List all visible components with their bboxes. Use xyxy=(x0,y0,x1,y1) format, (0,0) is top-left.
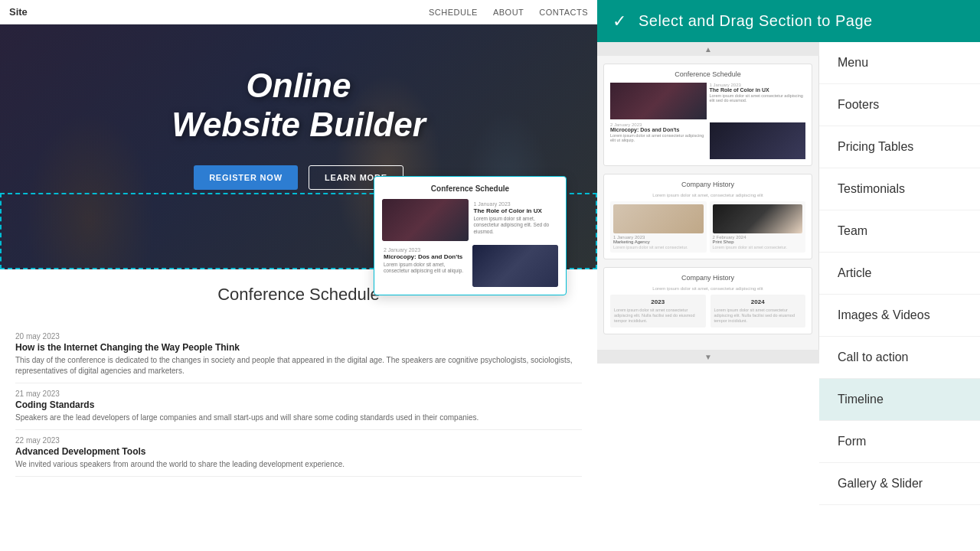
header-title: Select and Drag Section to Page xyxy=(639,12,873,30)
article-date-1: 1 January 2023 xyxy=(474,201,557,207)
thumb-history-item-print: 2 February 2024 Print Shop Lorem ipsum d… xyxy=(710,201,806,253)
thumb-presenter-image xyxy=(710,122,806,159)
section-item-footers[interactable]: Footers xyxy=(819,84,980,126)
person-image xyxy=(613,204,704,233)
schedule-desc-2: Speakers are the lead developers of larg… xyxy=(15,412,582,423)
history-body-1: Lorem ipsum dolor sit amet consectetur. xyxy=(613,245,704,249)
thumb-speaker-text: 1 January 2023 The Role of Color in UX L… xyxy=(710,83,806,119)
schedule-item-3: 22 may 2023 Advanced Development Tools W… xyxy=(15,430,582,477)
floating-card-grid: 1 January 2023 The Role of Color in UX L… xyxy=(382,199,558,287)
timeline-year-1: 2023 xyxy=(614,298,702,305)
section-list: Menu Footers Pricing Tables Testimonials… xyxy=(819,42,980,551)
nav-schedule[interactable]: SCHEDULE xyxy=(429,8,478,17)
section-label-form: Form xyxy=(838,435,866,448)
section-item-call-to-action[interactable]: Call to action xyxy=(819,337,980,379)
scroll-up-button[interactable]: ▲ xyxy=(597,42,819,56)
section-label-article: Article xyxy=(838,266,871,280)
article-heading-1: The Role of Color in UX xyxy=(474,207,557,214)
thumb-body-2: Lorem ipsum dolor sit amet consectetur a… xyxy=(610,133,707,142)
thumb-dark-image xyxy=(610,83,707,119)
thumb-grid-conference: 1 January 2023 The Role of Color in UX L… xyxy=(610,83,805,159)
speaker-image xyxy=(382,199,469,241)
thumb-history-subtitle-1: Lorem ipsum dolor sit amet, consectetur … xyxy=(610,193,805,197)
schedule-title-3: Advanced Development Tools xyxy=(15,446,582,457)
section-label-footers: Footers xyxy=(838,98,879,112)
timeline-year-2: 2024 xyxy=(714,298,802,305)
schedule-title-2: Coding Standards xyxy=(15,399,582,410)
nav-about[interactable]: ABOUT xyxy=(493,8,524,17)
thumb-timeline-grid: 2023 Lorem ipsum dolor sit amet consecte… xyxy=(610,295,805,328)
section-item-menu[interactable]: Menu xyxy=(819,42,980,84)
thumb-title-conference: Conference Schedule xyxy=(610,70,805,78)
thumbnail-card-history-2[interactable]: Company History Lorem ipsum dolor sit am… xyxy=(603,267,812,334)
right-panel: ✓ Select and Drag Section to Page ▲ Conf… xyxy=(597,0,980,551)
thumb-heading-1: The Role of Color in UX xyxy=(710,87,806,93)
schedule-desc-1: This day of the conference is dedicated … xyxy=(15,355,582,377)
floating-card-title: Conference Schedule xyxy=(382,184,558,193)
presenter-image xyxy=(472,245,559,287)
register-button[interactable]: REGISTER NOW xyxy=(194,165,298,190)
thumbnail-container: ▲ Conference Schedule 1 January 2023 The… xyxy=(597,42,819,551)
timeline-body-1: Lorem ipsum dolor sit amet consectetur a… xyxy=(614,308,702,324)
section-label-call-to-action: Call to action xyxy=(838,350,909,364)
schedule-desc-3: We invited various speakers from around … xyxy=(15,459,582,470)
section-selector-header: ✓ Select and Drag Section to Page xyxy=(597,0,980,42)
schedule-date-3: 22 may 2023 xyxy=(15,436,582,445)
section-label-menu: Menu xyxy=(838,56,868,70)
section-label-pricing: Pricing Tables xyxy=(838,140,913,154)
floating-card-item-1 xyxy=(382,199,469,241)
right-content: ▲ Conference Schedule 1 January 2023 The… xyxy=(597,42,980,551)
site-topbar: Site SCHEDULE ABOUT CONTACTS xyxy=(0,0,597,24)
hero-title: Online Website Builder xyxy=(23,67,574,144)
section-item-timeline[interactable]: Timeline xyxy=(819,379,980,421)
timeline-body-2: Lorem ipsum dolor sit amet consectetur a… xyxy=(714,308,802,324)
section-item-form[interactable]: Form xyxy=(819,421,980,463)
section-label-timeline: Timeline xyxy=(838,393,884,406)
section-label-gallery: Gallery & Slider xyxy=(838,477,923,491)
schedule-item-1: 20 may 2023 How is the Internet Changing… xyxy=(15,326,582,383)
timeline-item-2023: 2023 Lorem ipsum dolor sit amet consecte… xyxy=(610,295,706,328)
section-label-team: Team xyxy=(838,224,867,238)
schedule-title-1: How is the Internet Changing the Way Peo… xyxy=(15,342,582,353)
thumb-body-1: Lorem ipsum dolor sit amet consectetur a… xyxy=(710,93,806,103)
section-item-testimonials[interactable]: Testimonials xyxy=(819,168,980,210)
thumb-speaker-img xyxy=(610,83,707,119)
section-label-images-videos: Images & Videos xyxy=(838,308,930,322)
nav-contacts[interactable]: CONTACTS xyxy=(539,8,588,17)
article-body-2: Lorem ipsum dolor sit amet, consectetur … xyxy=(384,262,467,275)
article-date-2: 2 January 2023 xyxy=(384,247,467,253)
website-preview: Site SCHEDULE ABOUT CONTACTS Online Webs… xyxy=(0,0,597,551)
floating-section-card[interactable]: Conference Schedule 1 January 2023 The R… xyxy=(374,176,567,295)
schedule-date-1: 20 may 2023 xyxy=(15,332,582,341)
floating-card-item-2-text: 2 January 2023 Microcopy: Dos and Don'ts… xyxy=(382,245,469,287)
schedule-date-2: 21 may 2023 xyxy=(15,390,582,398)
section-item-team[interactable]: Team xyxy=(819,210,980,253)
timeline-item-2024: 2024 Lorem ipsum dolor sit amet consecte… xyxy=(710,295,806,328)
thumb-title-history-1: Company History xyxy=(610,181,805,188)
site-nav: SCHEDULE ABOUT CONTACTS xyxy=(429,8,588,17)
schedule-list: 20 may 2023 How is the Internet Changing… xyxy=(0,326,597,477)
fashion-image xyxy=(713,204,803,233)
thumb-title-history-2: Company History xyxy=(610,274,805,282)
history-body-2: Lorem ipsum dolor sit amet consectetur. xyxy=(713,245,803,249)
schedule-item-2: 21 may 2023 Coding Standards Speakers ar… xyxy=(15,383,582,430)
site-logo: Site xyxy=(9,6,28,18)
floating-card-item-2 xyxy=(472,245,559,287)
floating-card-item-1-text: 1 January 2023 The Role of Color in UX L… xyxy=(472,199,559,241)
scroll-down-button[interactable]: ▼ xyxy=(597,350,819,364)
article-body-1: Lorem ipsum dolor sit amet, consectetur … xyxy=(474,216,557,235)
history-heading-2: Print Shop xyxy=(713,240,803,244)
section-item-gallery[interactable]: Gallery & Slider xyxy=(819,463,980,505)
thumb-history-item-marketing: 1 January 2023 Marketing Agency Lorem ip… xyxy=(610,201,707,253)
thumbnail-card-history-1[interactable]: Company History Lorem ipsum dolor sit am… xyxy=(603,174,812,259)
section-label-testimonials: Testimonials xyxy=(838,182,905,196)
article-heading-2: Microcopy: Dos and Don'ts xyxy=(384,253,467,260)
history-heading-1: Marketing Agency xyxy=(613,240,704,244)
thumb-heading-2: Microcopy: Dos and Don'ts xyxy=(610,127,707,132)
section-item-article[interactable]: Article xyxy=(819,253,980,295)
thumbnail-card-conference[interactable]: Conference Schedule 1 January 2023 The R… xyxy=(603,64,812,166)
thumb-presenter-img xyxy=(710,122,806,159)
section-item-pricing[interactable]: Pricing Tables xyxy=(819,126,980,168)
thumbnails-area: Conference Schedule 1 January 2023 The R… xyxy=(597,56,819,350)
section-item-images-videos[interactable]: Images & Videos xyxy=(819,295,980,337)
